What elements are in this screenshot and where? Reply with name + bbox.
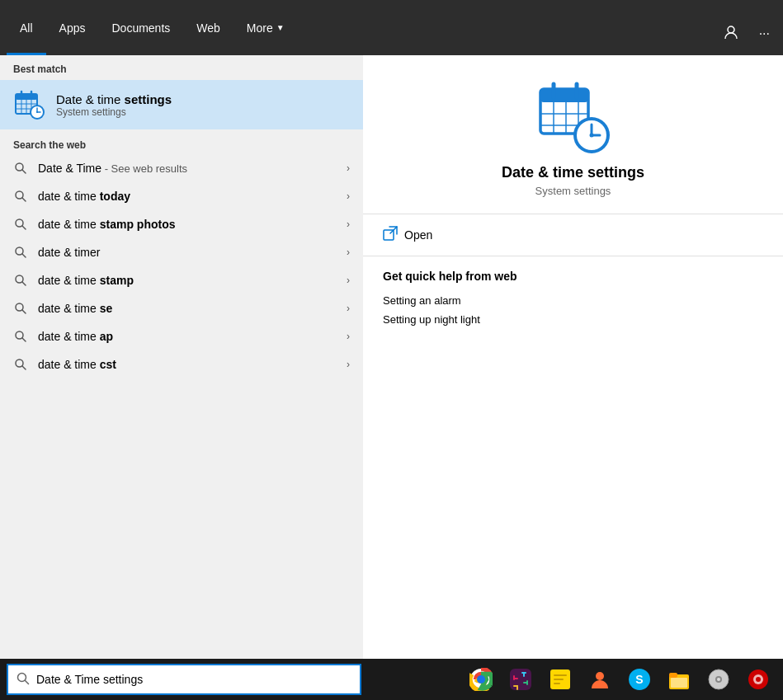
- chevron-right-icon: ›: [347, 275, 350, 286]
- open-external-icon: [383, 226, 398, 244]
- result-item-se[interactable]: date & time se ›: [0, 294, 363, 322]
- help-title: Get quick help from web: [383, 270, 763, 283]
- sticky-notes-icon[interactable]: [542, 661, 578, 698]
- tab-web[interactable]: Web: [183, 0, 233, 55]
- chevron-right-icon: ›: [347, 359, 350, 370]
- chevron-right-icon: ›: [347, 303, 350, 314]
- result-item-timer[interactable]: date & timer ›: [0, 238, 363, 266]
- taskbar-search-icon: [17, 672, 30, 688]
- best-match-text: Date & time settings System settings: [56, 92, 172, 118]
- help-link-night-light[interactable]: Setting up night light: [383, 310, 763, 329]
- svg-line-48: [26, 680, 29, 684]
- person-icon-button[interactable]: [716, 21, 746, 47]
- svg-rect-32: [540, 89, 588, 102]
- svg-line-24: [22, 282, 26, 285]
- tab-more[interactable]: More ▼: [233, 0, 298, 55]
- app-subtitle: System settings: [535, 185, 611, 197]
- chevron-right-icon: ›: [347, 218, 350, 230]
- svg-rect-54: [513, 675, 515, 680]
- tab-documents-label: Documents: [111, 21, 170, 35]
- svg-point-65: [596, 672, 604, 680]
- svg-rect-62: [554, 674, 567, 676]
- result-text: date & time stamp photos: [38, 218, 347, 231]
- taskbar: S: [0, 659, 783, 700]
- disk-icon[interactable]: [700, 661, 737, 698]
- svg-line-22: [22, 254, 26, 257]
- app-detail-header: Date & time settings System settings: [363, 55, 783, 214]
- best-match-subtitle: System settings: [56, 106, 172, 118]
- svg-rect-60: [513, 685, 518, 687]
- svg-rect-56: [521, 672, 526, 674]
- tab-all-label: All: [20, 21, 33, 35]
- chevron-right-icon: ›: [347, 247, 350, 258]
- result-text: date & time se: [38, 302, 347, 315]
- chevron-right-icon: ›: [347, 162, 350, 174]
- svg-point-73: [717, 678, 720, 681]
- svg-line-28: [22, 338, 26, 341]
- svg-rect-2: [16, 94, 37, 100]
- best-match-item[interactable]: Date & time settings System settings: [0, 80, 363, 129]
- search-icon: [13, 217, 28, 232]
- file-explorer-icon[interactable]: [661, 661, 697, 698]
- svg-point-51: [477, 675, 485, 684]
- settings-icon[interactable]: [740, 661, 776, 698]
- result-text: date & time today: [38, 190, 347, 203]
- svg-rect-69: [669, 673, 677, 678]
- search-icon: [13, 273, 28, 288]
- svg-text:S: S: [635, 673, 643, 686]
- tab-apps-label: Apps: [59, 21, 86, 35]
- best-match-label: Best match: [0, 55, 363, 80]
- result-text: date & time ap: [38, 330, 347, 343]
- more-options-button[interactable]: ···: [752, 23, 776, 45]
- result-text: date & timer: [38, 246, 347, 259]
- svg-line-30: [22, 366, 26, 369]
- taskbar-search-input[interactable]: [36, 673, 351, 686]
- result-item-today[interactable]: date & time today ›: [0, 182, 363, 210]
- chrome-icon[interactable]: [463, 661, 499, 698]
- svg-line-26: [22, 310, 26, 313]
- result-item-stamp[interactable]: date & time stamp ›: [0, 266, 363, 294]
- result-item-cst[interactable]: date & time cst ›: [0, 350, 363, 378]
- result-text: date & time stamp: [38, 274, 347, 287]
- result-item-ap[interactable]: date & time ap ›: [0, 322, 363, 350]
- svg-line-16: [22, 170, 26, 173]
- search-icon: [13, 189, 28, 204]
- best-match-title: Date & time settings: [56, 92, 172, 106]
- right-panel: Date & time settings System settings Ope…: [363, 55, 783, 659]
- tab-documents[interactable]: Documents: [98, 0, 183, 55]
- svg-line-18: [22, 198, 26, 201]
- search-icon: [13, 245, 28, 260]
- slack-icon[interactable]: [502, 661, 539, 698]
- tab-apps[interactable]: Apps: [46, 0, 99, 55]
- open-label: Open: [404, 228, 432, 242]
- search-icon: [13, 161, 28, 176]
- search-icon: [13, 329, 28, 344]
- taskbar-search-bar[interactable]: [7, 664, 361, 695]
- chevron-down-icon: ▼: [276, 23, 285, 32]
- search-icon: [13, 357, 28, 372]
- help-link-alarm[interactable]: Setting an alarm: [383, 291, 763, 310]
- svg-rect-64: [554, 683, 560, 684]
- app-title: Date & time settings: [502, 164, 644, 181]
- result-text: Date & Time - See web results: [38, 162, 347, 175]
- web-search-label: Search the web: [0, 133, 363, 154]
- open-button[interactable]: Open: [363, 214, 783, 256]
- svg-point-0: [728, 26, 734, 33]
- tab-all[interactable]: All: [7, 0, 46, 55]
- left-panel: Best match: [0, 55, 363, 659]
- result-item-web[interactable]: Date & Time - See web results ›: [0, 154, 363, 182]
- chevron-right-icon: ›: [347, 331, 350, 342]
- help-section: Get quick help from web Setting an alarm…: [363, 256, 783, 342]
- date-time-app-icon: [13, 88, 46, 121]
- search-icon: [13, 301, 28, 316]
- tab-web-label: Web: [196, 21, 220, 35]
- svg-rect-58: [526, 680, 528, 685]
- search-panel: Best match: [0, 55, 783, 659]
- taskbar-icons: S: [456, 661, 783, 698]
- result-item-stamp-photos[interactable]: date & time stamp photos ›: [0, 210, 363, 238]
- people-icon[interactable]: [582, 661, 618, 698]
- svg-rect-63: [554, 679, 564, 680]
- skype-icon[interactable]: S: [621, 661, 658, 698]
- app-large-icon: [536, 80, 611, 154]
- svg-point-14: [36, 111, 38, 113]
